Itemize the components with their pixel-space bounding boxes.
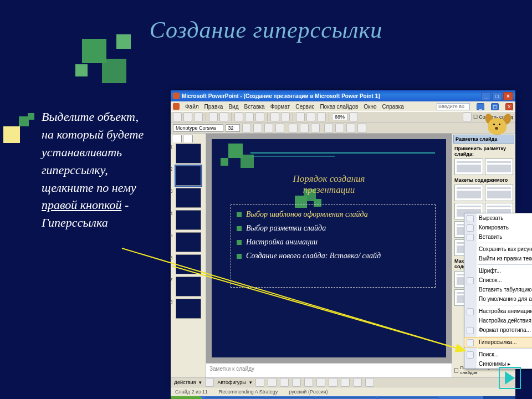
actions-menu[interactable]: Действия — [174, 380, 196, 385]
font-color-icon[interactable] — [357, 124, 366, 132]
slide-thumbnails-pane[interactable]: 1 2 3 4 5 6 7 8 — [171, 134, 206, 377]
redo-icon[interactable] — [281, 112, 290, 121]
textbox-icon[interactable] — [304, 378, 313, 387]
ctx-synonyms[interactable]: Синонимы ▸ — [464, 359, 532, 369]
pointer-icon[interactable] — [205, 378, 214, 387]
align-left-icon[interactable] — [289, 124, 298, 132]
menu-tools[interactable]: Сервис — [295, 104, 314, 110]
thumb-2[interactable]: 2 — [176, 166, 201, 186]
ctx-search[interactable]: Поиск... — [464, 350, 532, 359]
align-center-icon[interactable] — [300, 124, 309, 132]
thumb-8[interactable]: 8 — [176, 299, 201, 319]
slide-item-4[interactable]: Создание нового слайда: Вставка/ слайд — [237, 252, 435, 260]
fill-color-icon[interactable] — [341, 378, 350, 387]
menu-bar[interactable]: Файл Правка Вид Вставка Формат Сервис По… — [171, 101, 515, 111]
ctx-cut[interactable]: Вырезать — [464, 213, 532, 223]
menu-slideshow[interactable]: Показ слайдов — [320, 104, 358, 110]
slide-text-box[interactable]: Выбор шаблонов оформления слайда Выбор р… — [231, 204, 436, 288]
menu-view[interactable]: Вид — [228, 104, 238, 110]
menu-format[interactable]: Формат — [270, 104, 290, 110]
clipart-icon[interactable] — [329, 378, 337, 387]
arrow-icon[interactable] — [268, 378, 277, 387]
ctx-exit-text-edit[interactable]: Выйти из правки текста — [464, 254, 532, 263]
decrease-font-icon[interactable] — [346, 124, 355, 132]
slide[interactable]: Порядок созданияпрезентации Выбор шаблон… — [212, 139, 446, 357]
ctx-copy[interactable]: Копировать — [464, 223, 532, 232]
font-size-box[interactable]: 32 — [226, 124, 240, 132]
ctx-paste[interactable]: Вставить — [464, 232, 532, 242]
doc-close-button[interactable]: × — [505, 103, 513, 110]
paste-icon[interactable] — [255, 112, 264, 121]
standard-toolbar[interactable]: 66% ☐ Создать слайд — [171, 111, 515, 122]
chart-icon[interactable] — [296, 112, 305, 121]
drawing-toolbar[interactable]: Действия▾ Автофигуры▾ — [171, 377, 515, 387]
ctx-list[interactable]: Список... — [464, 275, 532, 285]
layout-thumb[interactable] — [454, 158, 483, 175]
doc-restore-button[interactable]: □ — [491, 103, 499, 110]
formatting-toolbar[interactable]: Monotype Corsiva 32 — [171, 122, 515, 134]
thumb-7[interactable]: 7 — [176, 277, 201, 296]
menu-file[interactable]: Файл — [185, 104, 199, 110]
layout-thumb[interactable] — [485, 185, 514, 201]
underline-icon[interactable] — [264, 124, 273, 132]
help-search-input[interactable] — [437, 103, 470, 110]
help-icon[interactable] — [349, 112, 358, 121]
save-icon[interactable] — [194, 112, 203, 121]
print-icon[interactable] — [209, 112, 218, 121]
align-right-icon[interactable] — [311, 124, 320, 132]
show-on-insert-checkbox[interactable] — [454, 368, 458, 373]
menu-help[interactable]: Справка — [382, 104, 404, 110]
preview-icon[interactable] — [219, 112, 228, 121]
thumb-4[interactable]: 4 — [176, 210, 201, 230]
font-name-box[interactable]: Monotype Corsiva — [173, 124, 223, 132]
ctx-tab[interactable]: Вставить табуляцию — [464, 285, 532, 294]
windows-taskbar[interactable]: пуск Создание презента... Презентация2 С… — [171, 396, 515, 399]
wordart-icon[interactable] — [316, 378, 325, 387]
slide-item-3[interactable]: Настройка анимации — [237, 238, 435, 247]
oval-icon[interactable] — [292, 378, 301, 387]
new-icon[interactable] — [173, 112, 182, 121]
next-slide-button[interactable] — [499, 367, 521, 389]
slide-item-2[interactable]: Выбор разметки слайда — [237, 224, 435, 233]
ctx-save-as-picture[interactable]: Сохранить как рисунок... — [464, 244, 532, 254]
thumb-1[interactable]: 1 — [176, 144, 201, 163]
menu-edit[interactable]: Правка — [204, 104, 223, 110]
menu-window[interactable]: Окно — [364, 104, 376, 110]
slides-tab[interactable] — [183, 135, 193, 142]
thumb-5[interactable]: 5 — [176, 232, 201, 252]
bullets-icon[interactable] — [324, 124, 333, 132]
layout-thumb[interactable] — [485, 158, 514, 175]
doc-minimize-button[interactable]: _ — [477, 103, 484, 110]
cut-icon[interactable] — [234, 112, 243, 121]
notes-pane[interactable]: Заметки к слайду — [206, 363, 452, 377]
ctx-animation[interactable]: Настройка анимации... — [464, 306, 532, 316]
open-icon[interactable] — [183, 112, 192, 121]
maximize-button[interactable]: □ — [492, 92, 502, 100]
increase-font-icon[interactable] — [335, 124, 344, 132]
thumb-3[interactable]: 3 — [176, 188, 201, 208]
italic-icon[interactable] — [253, 124, 262, 132]
undo-icon[interactable] — [270, 112, 279, 121]
ctx-font[interactable]: Шрифт... — [464, 266, 532, 275]
ctx-format-prototype[interactable]: Формат прототипа... — [464, 325, 532, 335]
font-color2-icon[interactable] — [365, 378, 374, 387]
context-menu[interactable]: Вырезать Копировать Вставить Сохранить к… — [464, 213, 532, 369]
window-titlebar[interactable]: Microsoft PowerPoint - [Создание презент… — [171, 90, 515, 101]
shadow-icon[interactable] — [275, 124, 284, 132]
ctx-default-autoshape[interactable]: По умолчанию для автофигур — [464, 294, 532, 304]
office-assistant-icon[interactable] — [483, 112, 513, 142]
table-icon[interactable] — [306, 112, 315, 121]
line-color-icon[interactable] — [353, 378, 362, 387]
bold-icon[interactable] — [242, 124, 251, 132]
minimize-button[interactable]: _ — [481, 92, 491, 100]
layout-thumb[interactable] — [454, 185, 483, 201]
rect-icon[interactable] — [280, 378, 289, 387]
start-button[interactable]: пуск — [171, 396, 203, 399]
zoom-box[interactable]: 66% — [332, 114, 347, 120]
copy-icon[interactable] — [245, 112, 254, 121]
slide-item-1[interactable]: Выбор шаблонов оформления слайда — [237, 210, 435, 219]
thumb-6[interactable]: 6 — [176, 254, 201, 274]
outline-tab[interactable] — [172, 135, 182, 142]
line-icon[interactable] — [255, 378, 264, 387]
ctx-action[interactable]: Настройка действия... — [464, 316, 532, 325]
